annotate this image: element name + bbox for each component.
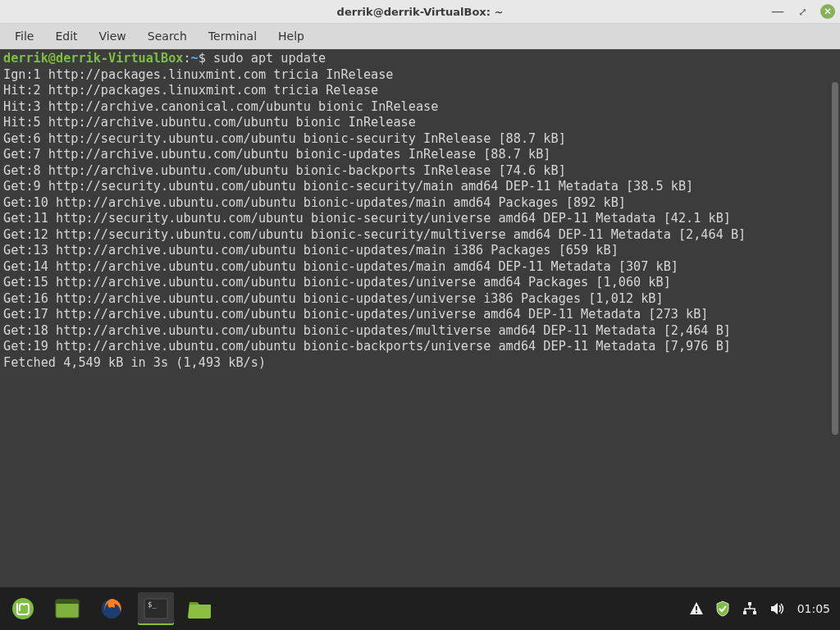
taskbar-right: 01:05 — [689, 600, 835, 617]
svg-rect-10 — [753, 611, 756, 614]
sound-tray[interactable] — [769, 601, 786, 616]
titlebar-controls: — ⤢ ✕ — [771, 0, 835, 23]
output-line: Hit:5 http://archive.ubuntu.com/ubuntu b… — [3, 115, 827, 131]
output-line: Get:17 http://archive.ubuntu.com/ubuntu … — [3, 307, 827, 323]
menubar: File Edit View Search Terminal Help — [0, 24, 840, 49]
output-line: Get:11 http://security.ubuntu.com/ubuntu… — [3, 211, 827, 227]
firefox-button[interactable] — [94, 592, 130, 625]
output-line: Get:13 http://archive.ubuntu.com/ubuntu … — [3, 243, 827, 259]
output-line: Get:12 http://security.ubuntu.com/ubuntu… — [3, 227, 827, 244]
maximize-button[interactable]: ⤢ — [796, 5, 809, 18]
shield-icon — [715, 600, 730, 617]
taskbar-clock[interactable]: 01:05 — [797, 602, 835, 615]
output-line: Get:16 http://archive.ubuntu.com/ubuntu … — [3, 291, 827, 308]
svg-rect-6 — [696, 606, 697, 610]
prompt-path: ~ — [191, 51, 199, 66]
svg-rect-9 — [743, 611, 746, 614]
menu-edit[interactable]: Edit — [45, 26, 87, 46]
terminal-area: derrik@derrik-VirtualBox:~$ sudo apt upd… — [0, 49, 840, 587]
terminal-window: derrik@derrik-VirtualBox: ~ — ⤢ ✕ File E… — [0, 0, 840, 587]
show-desktop-button[interactable] — [49, 592, 85, 625]
output-line: Get:9 http://security.ubuntu.com/ubuntu … — [3, 179, 827, 195]
menu-help[interactable]: Help — [268, 26, 314, 46]
output-line: Get:14 http://archive.ubuntu.com/ubuntu … — [3, 259, 827, 276]
taskbar: $_ — [0, 587, 840, 630]
network-icon — [742, 601, 758, 616]
svg-rect-8 — [748, 602, 751, 605]
show-desktop-icon — [55, 599, 80, 619]
output-line: Get:18 http://archive.ubuntu.com/ubuntu … — [3, 323, 827, 340]
output-line: Get:6 http://security.ubuntu.com/ubuntu … — [3, 131, 827, 148]
close-icon: ✕ — [824, 6, 832, 17]
output-line: Get:8 http://archive.ubuntu.com/ubuntu b… — [3, 163, 827, 180]
shield-tray[interactable] — [715, 600, 730, 617]
svg-rect-7 — [696, 612, 697, 614]
prompt-command: sudo apt update — [213, 51, 326, 66]
titlebar[interactable]: derrik@derrik-VirtualBox: ~ — ⤢ ✕ — [0, 0, 840, 24]
folder-icon — [188, 599, 212, 619]
menu-search[interactable]: Search — [138, 26, 197, 46]
terminal-content[interactable]: derrik@derrik-VirtualBox:~$ sudo apt upd… — [0, 49, 830, 587]
menu-view[interactable]: View — [89, 26, 136, 46]
menu-file[interactable]: File — [5, 26, 43, 46]
sound-icon — [769, 601, 786, 616]
output-line: Get:10 http://archive.ubuntu.com/ubuntu … — [3, 195, 827, 212]
output-line: Hit:2 http://packages.linuxmint.com tric… — [3, 83, 827, 99]
mint-menu-icon — [11, 597, 34, 620]
output-line: Get:19 http://archive.ubuntu.com/ubuntu … — [3, 339, 827, 355]
prompt-sep: : — [183, 51, 190, 66]
output-line: Get:15 http://archive.ubuntu.com/ubuntu … — [3, 275, 827, 291]
svg-text:$_: $_ — [148, 600, 157, 609]
mint-menu-button[interactable] — [5, 592, 41, 625]
maximize-icon: ⤢ — [798, 6, 807, 18]
network-tray[interactable] — [742, 601, 758, 616]
output-line: Fetched 4,549 kB in 3s (1,493 kB/s) — [3, 355, 827, 372]
output-line: Get:7 http://archive.ubuntu.com/ubuntu b… — [3, 147, 827, 163]
svg-rect-2 — [56, 600, 79, 604]
terminal-icon: $_ — [144, 598, 168, 619]
prompt-userhost: derrik@derrik-VirtualBox — [3, 51, 183, 66]
taskbar-left: $_ — [5, 592, 218, 625]
alert-icon — [689, 601, 704, 616]
window-title: derrik@derrik-VirtualBox: ~ — [337, 6, 504, 18]
close-button[interactable]: ✕ — [820, 4, 835, 19]
scrollbar[interactable] — [830, 49, 840, 587]
prompt-line: derrik@derrik-VirtualBox:~$ sudo apt upd… — [3, 51, 827, 67]
output-line: Hit:3 http://archive.canonical.com/ubunt… — [3, 99, 827, 116]
terminal-task-button[interactable]: $_ — [138, 592, 174, 625]
firefox-icon — [100, 597, 123, 620]
scroll-thumb[interactable] — [832, 82, 838, 435]
files-button[interactable] — [182, 592, 218, 625]
minimize-button[interactable]: — — [771, 5, 784, 18]
output-line: Ign:1 http://packages.linuxmint.com tric… — [3, 67, 827, 84]
prompt-sigil: $ — [199, 51, 213, 66]
menu-terminal[interactable]: Terminal — [199, 26, 267, 46]
alert-tray[interactable] — [689, 601, 704, 616]
svg-point-0 — [12, 598, 34, 619]
